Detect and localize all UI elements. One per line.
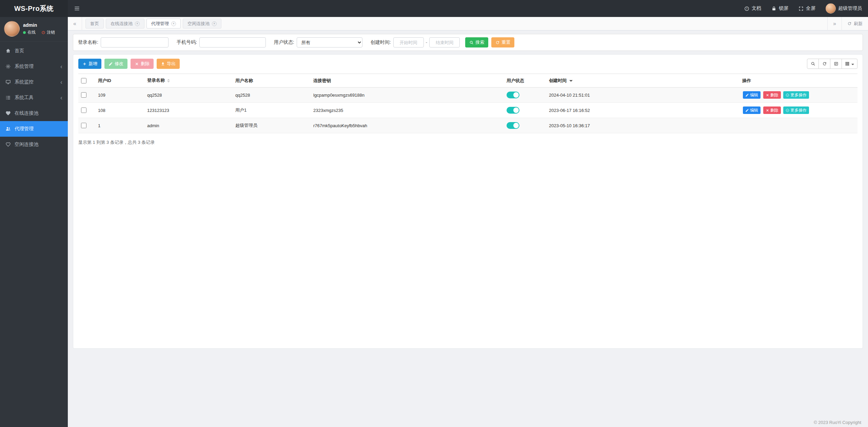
table-row[interactable]: 108 123123123 用户1 2323xmgzs235 2023-06-1… — [78, 103, 857, 118]
navbar-right-menu: 文档 锁屏 全屏 超级管理员 — [744, 0, 868, 17]
pencil-icon — [745, 93, 749, 97]
row-more-button[interactable]: 更多操作 — [783, 91, 809, 99]
app-brand[interactable]: WS-Pro系统 — [0, 0, 68, 17]
row-delete-button[interactable]: 删除 — [763, 106, 781, 114]
tab-home[interactable]: 首页 — [85, 19, 104, 28]
status-toggle[interactable] — [507, 107, 519, 114]
table-view-toggle-button[interactable] — [830, 59, 842, 69]
tab-bar: « 首页 在线连接池 × 代理管理 × 空闲连接池 × » 刷新 — [68, 17, 868, 31]
column-header-login[interactable]: 登录名称 — [144, 74, 233, 88]
gear-icon — [5, 64, 11, 69]
tab-label: 在线连接池 — [111, 21, 133, 27]
reset-button[interactable]: 重置 — [491, 37, 514, 47]
delete-button[interactable]: 删除 — [131, 59, 154, 69]
export-button-label: 导出 — [167, 61, 176, 67]
select-all-checkbox[interactable] — [81, 78, 86, 83]
column-header-status: 用户状态 — [504, 74, 546, 88]
sidebar-item-system-tools[interactable]: 系统工具 ‹ — [0, 90, 68, 105]
table-row[interactable]: 1 admin 超级管理员 r767mk5pautoKeyfb5hbvah 20… — [78, 118, 857, 133]
heart-outline-icon — [5, 142, 11, 147]
close-icon[interactable]: × — [171, 21, 176, 26]
cell-created: 2023-05-10 16:36:17 — [546, 118, 739, 133]
add-button[interactable]: 新增 — [78, 59, 101, 69]
search-icon — [469, 40, 474, 45]
table-search-toggle-button[interactable] — [807, 59, 819, 69]
tab-idle-pool[interactable]: 空闲连接池 × — [183, 19, 221, 28]
sidebar-item-label: 首页 — [15, 48, 24, 54]
tab-online-pool[interactable]: 在线连接池 × — [106, 19, 144, 28]
column-header-created[interactable]: 创建时间 — [546, 74, 739, 88]
close-icon[interactable]: × — [212, 21, 217, 26]
sidebar-item-online-pool[interactable]: 在线连接池 — [0, 105, 68, 121]
user-status-label: 用户状态: — [274, 39, 294, 45]
row-checkbox[interactable] — [81, 123, 86, 128]
cell-user-id: 109 — [95, 88, 144, 103]
user-menu[interactable]: 超级管理员 — [826, 3, 862, 14]
tab-label: 首页 — [90, 21, 99, 27]
sidebar-toggle-button[interactable] — [68, 0, 86, 17]
status-toggle[interactable] — [507, 122, 519, 129]
sidebar-item-label: 在线连接池 — [15, 110, 38, 116]
phone-input[interactable] — [199, 37, 266, 47]
sidebar-item-system-management[interactable]: 系统管理 ‹ — [0, 59, 68, 74]
table-columns-button[interactable] — [842, 59, 857, 69]
status-toggle[interactable] — [507, 92, 519, 98]
row-checkbox[interactable] — [81, 92, 86, 98]
sidebar-item-label: 空闲连接池 — [15, 141, 38, 148]
sort-icon[interactable] — [167, 78, 170, 84]
sidebar-item-home[interactable]: 首页 — [0, 43, 68, 59]
sidebar-item-agent-management[interactable]: 代理管理 — [0, 121, 68, 137]
cell-key: r767mk5pautoKeyfb5hbvah — [311, 118, 504, 133]
lock-screen-link[interactable]: 锁屏 — [771, 5, 788, 12]
monitor-icon — [5, 79, 11, 85]
sidebar-item-label: 系统管理 — [15, 63, 34, 70]
row-checkbox[interactable] — [81, 108, 86, 113]
sidebar-item-system-monitor[interactable]: 系统监控 ‹ — [0, 74, 68, 90]
fullscreen-link[interactable]: 全屏 — [798, 5, 815, 12]
user-avatar[interactable] — [4, 21, 20, 37]
tabs-scroll-left-button[interactable]: « — [68, 17, 82, 31]
sidebar-item-idle-pool[interactable]: 空闲连接池 — [0, 137, 68, 152]
tab-label: 空闲连接池 — [188, 21, 210, 27]
logout-link[interactable]: 注销 — [41, 30, 55, 35]
user-status-select[interactable]: 所有 — [297, 37, 362, 47]
search-form: 登录名称: 手机号码: 用户状态: 所有 创建时间: - 搜索 重置 — [73, 34, 863, 51]
cell-login: admin — [144, 118, 233, 133]
column-header-name: 用户名称 — [233, 74, 311, 88]
export-button[interactable]: 导出 — [157, 59, 180, 69]
tab-agent-management[interactable]: 代理管理 × — [146, 19, 181, 28]
row-edit-button[interactable]: 编辑 — [743, 106, 761, 114]
created-time-label: 创建时间: — [371, 39, 391, 45]
row-edit-button[interactable]: 编辑 — [743, 91, 761, 99]
table-toolbar: 新增 修改 删除 导出 — [78, 59, 857, 69]
edit-button[interactable]: 修改 — [104, 59, 127, 69]
toggle-knob — [513, 108, 519, 113]
x-icon — [135, 62, 139, 66]
close-icon[interactable]: × — [135, 21, 140, 26]
table-header-row: 用户ID 登录名称 用户名称 连接密钥 用户状态 创建时间 操作 — [78, 74, 857, 88]
docs-link[interactable]: 文档 — [744, 5, 761, 12]
start-time-input[interactable] — [393, 37, 424, 47]
lock-icon — [771, 6, 776, 11]
search-button[interactable]: 搜索 — [465, 37, 488, 47]
row-delete-button[interactable]: 删除 — [763, 91, 781, 99]
tabs-scroll-right-button[interactable]: » — [827, 17, 842, 31]
tabs: 首页 在线连接池 × 代理管理 × 空闲连接池 × — [82, 19, 225, 28]
page-content: 登录名称: 手机号码: 用户状态: 所有 创建时间: - 搜索 重置 — [68, 31, 868, 427]
tab-refresh-button[interactable]: 刷新 — [842, 17, 868, 31]
chevron-left-icon: ‹ — [60, 79, 62, 85]
cell-name: qq2528 — [233, 88, 311, 103]
login-name-input[interactable] — [101, 37, 169, 47]
toggle-knob — [513, 123, 519, 128]
x-icon — [766, 109, 769, 112]
expand-icon — [798, 6, 804, 11]
pagination-summary: 显示第 1 到第 3 条记录，总共 3 条记录 — [78, 139, 857, 145]
table-refresh-button[interactable] — [818, 59, 830, 69]
table-row[interactable]: 109 qq2528 qq2528 lgcpamp0esxmgzs69188n … — [78, 88, 857, 103]
end-time-input[interactable] — [429, 37, 460, 47]
users-icon — [5, 126, 11, 132]
row-more-button[interactable]: 更多操作 — [783, 106, 809, 114]
heart-icon — [5, 111, 11, 116]
angle-double-right-icon: » — [833, 21, 836, 26]
date-range-separator: - — [426, 40, 428, 45]
